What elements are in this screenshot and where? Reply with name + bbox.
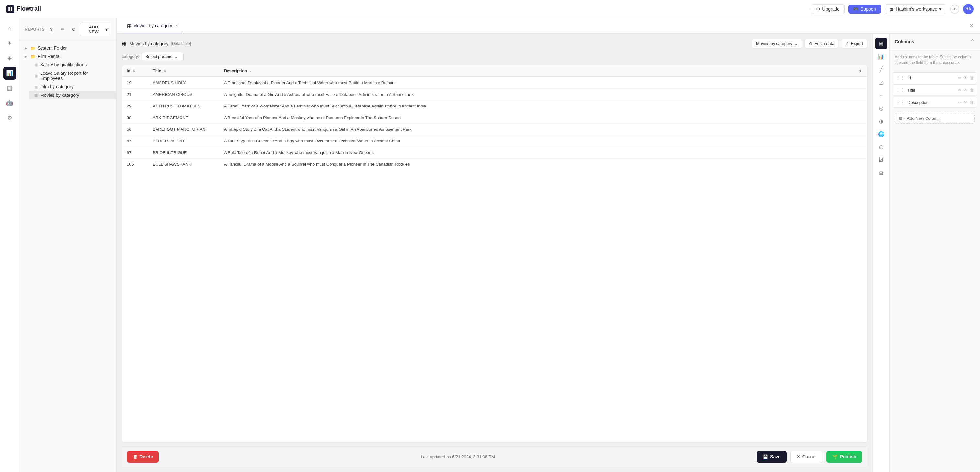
layout-button[interactable]: ⊞: [875, 167, 887, 179]
image-button[interactable]: 🖼: [875, 154, 887, 166]
delete-button[interactable]: 🗑 Delete: [127, 451, 159, 462]
cell-description: A Intrepid Story of a Cat And a Student …: [220, 124, 854, 135]
edit-report-button[interactable]: ✏: [58, 25, 67, 34]
sidebar-item-salary[interactable]: ▦ Salary by qualifications: [29, 60, 116, 69]
area-chart-button[interactable]: ◿: [875, 76, 887, 88]
report-icon: ▦: [34, 73, 38, 78]
collapse-panel-button[interactable]: ⌃: [970, 38, 975, 45]
cell-id: 67: [122, 135, 148, 147]
workspace-button[interactable]: ▦ Hashim's workspace ▾: [885, 4, 946, 14]
delete-column-button[interactable]: 🗑: [970, 88, 974, 93]
add-member-button[interactable]: +: [950, 5, 959, 14]
upgrade-button[interactable]: ⚙ Upgrade: [811, 4, 845, 14]
add-column-header-button[interactable]: +: [854, 65, 867, 77]
topnav-right: ⚙ Upgrade 🎮 Support ▦ Hashim's workspace…: [811, 4, 974, 14]
col-header-title: Title ⇅: [148, 65, 220, 77]
ai-button[interactable]: 🤖: [3, 97, 16, 109]
delete-report-button[interactable]: 🗑: [47, 25, 56, 34]
cell-title: ARK RIDGEMONT: [148, 112, 220, 124]
cell-description: A Taut Saga of a Crocodile And a Boy who…: [220, 135, 854, 147]
report-tag: [Data table]: [171, 41, 191, 46]
visibility-column-button[interactable]: 👁: [964, 100, 968, 105]
table-row: 105 BULL SHAWSHANK A Fanciful Drama of a…: [122, 158, 867, 170]
reports-button[interactable]: 📊: [3, 67, 16, 80]
reports-sidebar: REPORTS 🗑 ✏ ↻ ADD NEW ▾ ▶ 📁 System Folde…: [19, 18, 117, 472]
visibility-column-button[interactable]: 👁: [964, 88, 968, 93]
export-button[interactable]: ↗ Export: [841, 39, 867, 48]
tab-bar: ▦ Movies by category × ✕: [117, 18, 980, 34]
table-row: 21 AMERICAN CIRCUS A Insightful Drama of…: [122, 89, 867, 100]
cancel-button[interactable]: ✕ Cancel: [791, 451, 823, 463]
refresh-report-button[interactable]: ↻: [69, 25, 78, 34]
data-table: Id ⇅ Title ⇅: [122, 65, 867, 442]
radar-button[interactable]: ⬡: [875, 141, 887, 153]
table-viz-button[interactable]: ▦: [875, 38, 887, 49]
sidebar-item-film-rental[interactable]: ▶ 📁 Film Rental: [19, 52, 116, 60]
expand-icon[interactable]: ⌄: [249, 69, 252, 73]
cell-title: ANTITRUST TOMATOES: [148, 100, 220, 112]
edit-column-button[interactable]: ✏: [958, 88, 961, 93]
drag-handle-icon[interactable]: ⋮⋮: [896, 87, 905, 93]
cell-id: 56: [122, 124, 148, 135]
table-row: 67 BERETS AGENT A Taut Saga of a Crocodi…: [122, 135, 867, 147]
publish-button[interactable]: 🌱 Publish: [826, 451, 862, 462]
trash-icon: 🗑: [133, 454, 137, 459]
chevron-down-icon: ⌄: [794, 41, 798, 46]
bar-chart-button[interactable]: 📊: [875, 51, 887, 62]
save-button[interactable]: 💾 Save: [757, 451, 786, 462]
line-chart-button[interactable]: ╱: [875, 63, 887, 75]
sidebar-item-system-folder[interactable]: ▶ 📁 System Folder: [19, 44, 116, 52]
logo-area: Flowtrail: [6, 5, 41, 13]
cell-description: A Insightful Drama of a Girl And a Astro…: [220, 89, 854, 100]
support-button[interactable]: 🎮 Support: [848, 5, 881, 14]
donut-chart-button[interactable]: ◎: [875, 102, 887, 114]
table-row: 38 ARK RIDGEMONT A Beautiful Yarn of a P…: [122, 112, 867, 124]
table-icon: ▦: [122, 40, 127, 47]
close-icon: ✕: [797, 454, 800, 459]
sort-icon[interactable]: ⇅: [163, 69, 166, 73]
cell-title: BULL SHAWSHANK: [148, 158, 220, 170]
settings-button[interactable]: ⚙: [3, 111, 16, 124]
edit-column-button[interactable]: ✏: [958, 75, 961, 80]
close-panel-button[interactable]: ✕: [968, 21, 975, 30]
folder-icon: 📁: [30, 46, 36, 51]
explore-button[interactable]: ✦: [3, 37, 16, 50]
fetch-data-button[interactable]: ⊙ Fetch data: [805, 39, 838, 48]
scatter-chart-button[interactable]: ⁘: [875, 89, 887, 101]
delete-column-button[interactable]: 🗑: [970, 75, 974, 80]
cell-id: 105: [122, 158, 148, 170]
add-new-column-button[interactable]: ⊞+ Add New Column: [895, 113, 975, 124]
sidebar-item-movies-by-category[interactable]: ▦ Movies by category: [29, 91, 116, 100]
param-select[interactable]: Select params ⌄: [142, 52, 184, 61]
home-button[interactable]: ⌂: [3, 22, 16, 35]
pie-chart-button[interactable]: ◑: [875, 115, 887, 127]
grid-button[interactable]: ▦: [3, 82, 16, 95]
cell-title: AMADEUS HOLY: [148, 77, 220, 89]
right-panel-description: Add columns to the table. Select the col…: [889, 50, 980, 70]
edit-column-button[interactable]: ✏: [958, 100, 961, 105]
sidebar-item-leave-salary[interactable]: ▦ Leave Salary Report for Employees: [29, 69, 116, 82]
logo-icon: [6, 5, 14, 13]
report-title-area: ▦ Movies by category [Data table]: [122, 40, 191, 47]
visibility-column-button[interactable]: 👁: [964, 75, 968, 80]
cell-description: A Fanciful Drama of a Moose And a Squirr…: [220, 158, 854, 170]
column-item: ⋮⋮ Id ✏ 👁 🗑: [892, 72, 977, 83]
cell-description: A Epic Tale of a Robot And a Monkey who …: [220, 147, 854, 158]
plus-icon: ⊞+: [899, 116, 905, 121]
connections-button[interactable]: ⊕: [3, 52, 16, 65]
close-tab-button[interactable]: ×: [176, 23, 178, 28]
col-header-id: Id ⇅: [122, 65, 148, 77]
add-new-button[interactable]: ADD NEW ▾: [80, 23, 111, 36]
tab-movies-by-category[interactable]: ▦ Movies by category ×: [122, 18, 183, 33]
drag-handle-icon[interactable]: ⋮⋮: [896, 75, 905, 80]
delete-column-button[interactable]: 🗑: [970, 100, 974, 105]
sidebar-item-film-by-category[interactable]: ▦ Film by category: [29, 82, 116, 91]
sort-icon[interactable]: ⇅: [132, 69, 135, 73]
datasource-dropdown[interactable]: Movies by category ⌄: [752, 39, 802, 48]
globe-button[interactable]: 🌐: [875, 128, 887, 140]
drag-handle-icon[interactable]: ⋮⋮: [896, 100, 905, 105]
chevron-down-icon: ⌄: [174, 54, 178, 59]
cell-id: 38: [122, 112, 148, 124]
main-layout: ⌂ ✦ ⊕ 📊 ▦ 🤖 ⚙ REPORTS 🗑 ✏ ↻ ADD NEW ▾ ▶: [0, 18, 980, 472]
upgrade-icon: ⚙: [816, 6, 820, 12]
